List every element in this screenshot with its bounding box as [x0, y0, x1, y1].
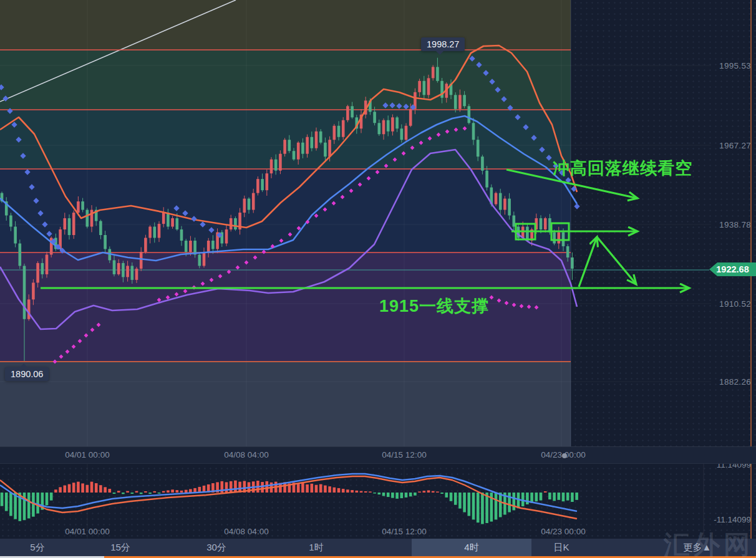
high-price-tooltip: 1998.27 — [421, 37, 465, 51]
tab-5min[interactable]: 5分 — [0, 539, 75, 557]
low-price-tooltip: 1890.06 — [5, 367, 49, 381]
time-label: 04/15 12:00 — [370, 450, 439, 459]
tab-1hour[interactable]: 1时 — [279, 539, 354, 557]
time-label: 04/08 04:00 — [212, 450, 281, 459]
price-axis-label: 1882.26 — [676, 377, 751, 387]
macd-axis-bottom-label: -11.14099 — [670, 515, 751, 524]
current-price-tag: 1922.68 — [709, 262, 756, 276]
price-axis-label: 1910.52 — [676, 299, 751, 309]
tab-4hour-selected[interactable]: 4时 — [412, 539, 531, 557]
macd-time-label: 04/08 04:00 — [212, 527, 281, 536]
tab-daily[interactable]: 日K — [531, 539, 591, 557]
macd-time-label: 04/23 00:00 — [529, 527, 598, 536]
chart-canvas[interactable] — [0, 0, 756, 558]
annotation-support-note: 1915一线支撑 — [379, 295, 489, 317]
price-axis-label: 1995.53 — [676, 61, 751, 70]
macd-time-label: 04/15 12:00 — [370, 527, 439, 536]
site-watermark: 汇外网 — [664, 527, 754, 558]
tab-15min[interactable]: 15分 — [83, 539, 158, 557]
tab-30min[interactable]: 30分 — [179, 539, 254, 557]
time-label: 04/01 00:00 — [53, 450, 122, 459]
macd-time-label: 04/01 00:00 — [53, 527, 122, 536]
annotation-bearish-note: 冲高回落继续看空 — [553, 157, 692, 180]
timeframe-toolbar: 5分 15分 30分 1时 4时 日K 更多▲ — [0, 539, 756, 557]
price-axis-label: 1938.78 — [676, 220, 751, 229]
price-axis-label: 1967.27 — [676, 141, 751, 150]
trading-chart-app: { "watermark": "汇外网", "tooltips": { "hig… — [0, 0, 756, 558]
crosshair-time-dot — [562, 453, 567, 458]
